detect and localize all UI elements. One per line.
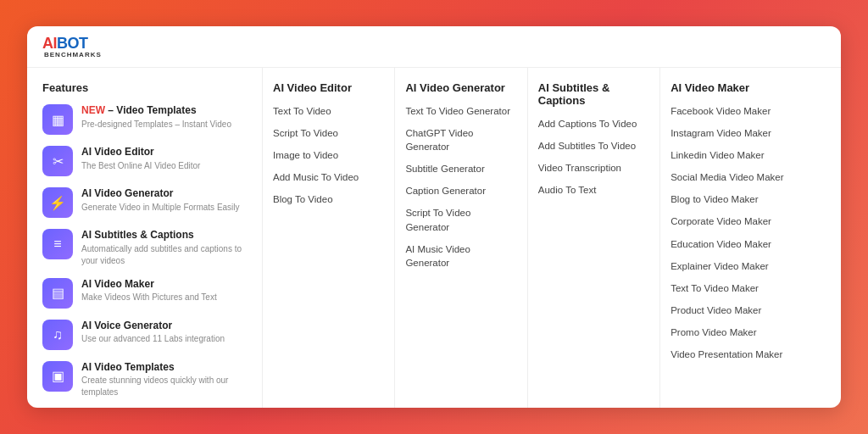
- feature-item-0[interactable]: ▦ NEW – Video Templates Pre-designed Tem…: [42, 104, 248, 135]
- link-item-ai-video-generator-2[interactable]: Subtitle Generator: [405, 162, 516, 175]
- nav-content: Features ▦ NEW – Video Templates Pre-des…: [27, 68, 841, 408]
- feature-item-5[interactable]: ♫ AI Voice Generator Use our advanced 11…: [42, 320, 248, 350]
- link-item-ai-video-editor-1[interactable]: Script To Video: [273, 126, 384, 140]
- feature-icon-2: ⚡: [42, 187, 73, 218]
- col-header-ai-video-editor: AI Video Editor: [273, 81, 384, 94]
- link-item-ai-subtitles-captions-1[interactable]: Add Subtitles To Video: [538, 139, 649, 153]
- feature-icon-6: ▣: [42, 361, 73, 392]
- feature-title-1: AI Video Editor: [81, 146, 200, 159]
- link-col-ai-video-editor: AI Video EditorText To VideoScript To Vi…: [263, 68, 395, 408]
- feature-title-6: AI Video Templates: [81, 361, 248, 375]
- link-item-ai-video-generator-1[interactable]: ChatGPT Video Generator: [405, 126, 516, 153]
- link-item-ai-video-editor-3[interactable]: Add Music To Video: [273, 170, 384, 184]
- link-item-ai-video-generator-3[interactable]: Caption Generator: [405, 184, 516, 198]
- link-item-ai-video-generator-0[interactable]: Text To Video Generator: [405, 104, 516, 118]
- feature-item-1[interactable]: ✂ AI Video Editor The Best Online AI Vid…: [42, 146, 248, 176]
- feature-desc-0: Pre-designed Templates – Instant Video: [81, 119, 231, 131]
- link-item-ai-subtitles-captions-3[interactable]: Audio To Text: [538, 183, 649, 197]
- link-item-ai-video-editor-0[interactable]: Text To Video: [273, 104, 384, 118]
- logo-benchmarks: BENCHMARKS: [44, 51, 102, 58]
- link-item-ai-video-generator-4[interactable]: Script To Video Generator: [405, 206, 516, 233]
- feature-desc-2: Generate Video in Multiple Formats Easil…: [81, 202, 240, 214]
- col-header-ai-subtitles-captions: AI Subtitles & Captions: [538, 81, 649, 107]
- top-bar: AI BOT BENCHMARKS: [27, 26, 841, 68]
- col-header-ai-video-maker: AI Video Maker: [670, 81, 815, 94]
- feature-icon-5: ♫: [42, 320, 73, 350]
- link-item-ai-subtitles-captions-0[interactable]: Add Captions To Video: [538, 117, 649, 131]
- link-item-ai-subtitles-captions-2[interactable]: Video Transcription: [538, 161, 649, 175]
- feature-title-2: AI Video Generator: [81, 187, 240, 201]
- feature-desc-1: The Best Online AI Video Editor: [81, 160, 200, 172]
- features-column: Features ▦ NEW – Video Templates Pre-des…: [42, 68, 263, 408]
- logo-bot: BOT: [57, 35, 88, 53]
- link-columns: AI Video EditorText To VideoScript To Vi…: [263, 68, 826, 408]
- feature-item-3[interactable]: ≡ AI Subtitles & Captions Automatically …: [42, 229, 248, 267]
- link-col-ai-video-maker: AI Video MakerFacebook Video MakerInstag…: [660, 68, 826, 408]
- link-col-ai-video-generator: AI Video GeneratorText To Video Generato…: [395, 68, 527, 408]
- link-item-ai-video-maker-4[interactable]: Blog to Video Maker: [670, 192, 815, 206]
- link-item-ai-video-maker-6[interactable]: Education Video Maker: [670, 237, 815, 251]
- logo-ai: AI: [42, 35, 57, 53]
- feature-title-4: AI Video Maker: [81, 278, 217, 292]
- feature-icon-1: ✂: [42, 146, 73, 176]
- link-item-ai-video-editor-2[interactable]: Image to Video: [273, 148, 384, 162]
- feature-title-5: AI Voice Generator: [81, 320, 225, 333]
- feature-icon-0: ▦: [42, 104, 73, 135]
- feature-item-6[interactable]: ▣ AI Video Templates Create stunning vid…: [42, 361, 248, 399]
- link-item-ai-video-maker-8[interactable]: Text To Video Maker: [670, 281, 815, 295]
- col-header-ai-video-generator: AI Video Generator: [405, 81, 516, 94]
- link-col-ai-subtitles-captions: AI Subtitles & CaptionsAdd Captions To V…: [528, 68, 660, 408]
- link-item-ai-video-maker-10[interactable]: Promo Video Maker: [670, 326, 815, 339]
- feature-icon-3: ≡: [42, 229, 73, 259]
- link-item-ai-video-maker-3[interactable]: Social Media Video Maker: [670, 170, 815, 184]
- feature-desc-3: Automatically add subtitles and captions…: [81, 243, 248, 267]
- link-item-ai-video-generator-5[interactable]: AI Music Video Generator: [405, 242, 516, 270]
- link-item-ai-video-maker-1[interactable]: Instagram Video Maker: [670, 126, 815, 140]
- main-container: AI BOT BENCHMARKS Features ▦ NEW – Video…: [27, 26, 841, 408]
- feature-item-4[interactable]: ▤ AI Video Maker Make Videos With Pictur…: [42, 278, 248, 309]
- link-item-ai-video-maker-11[interactable]: Video Presentation Maker: [670, 348, 815, 361]
- feature-title-3: AI Subtitles & Captions: [81, 229, 248, 242]
- link-item-ai-video-maker-5[interactable]: Corporate Video Maker: [670, 214, 815, 228]
- feature-icon-4: ▤: [42, 278, 73, 309]
- link-item-ai-video-maker-9[interactable]: Product Video Maker: [670, 303, 815, 317]
- feature-item-2[interactable]: ⚡ AI Video Generator Generate Video in M…: [42, 187, 248, 218]
- feature-desc-4: Make Videos With Pictures and Text: [81, 292, 217, 303]
- link-item-ai-video-maker-2[interactable]: Linkedin Video Maker: [670, 148, 815, 162]
- link-item-ai-video-editor-4[interactable]: Blog To Video: [273, 192, 384, 206]
- features-header: Features: [42, 81, 248, 94]
- link-item-ai-video-maker-7[interactable]: Explainer Video Maker: [670, 259, 815, 273]
- feature-title-0: NEW – Video Templates: [81, 104, 231, 118]
- feature-desc-6: Create stunning videos quickly with our …: [81, 375, 248, 398]
- link-item-ai-video-maker-0[interactable]: Facebook Video Maker: [670, 104, 815, 118]
- new-badge: NEW: [81, 104, 105, 116]
- logo[interactable]: AI BOT BENCHMARKS: [42, 35, 102, 58]
- feature-desc-5: Use our advanced 11 Labs integration: [81, 333, 225, 345]
